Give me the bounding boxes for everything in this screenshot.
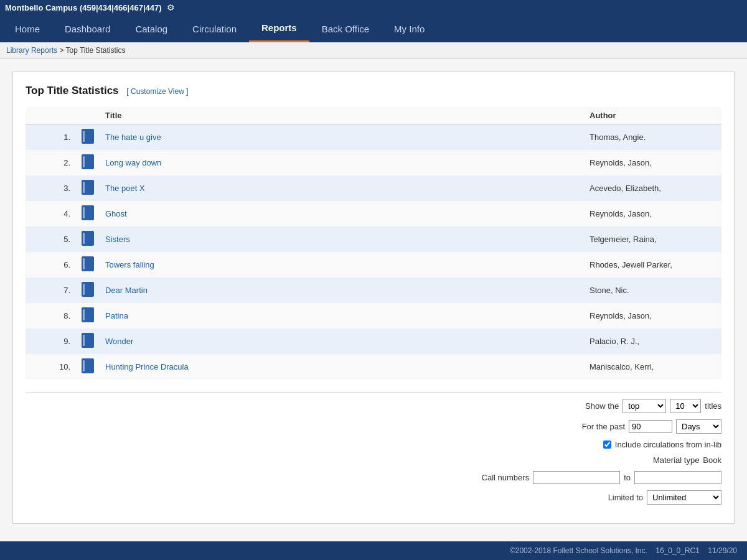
- book-icon[interactable]: [82, 231, 94, 246]
- book-icon[interactable]: [82, 307, 94, 322]
- days-unit-select[interactable]: Days Weeks Months: [676, 419, 721, 434]
- author-cell: Maniscalco, Kerri,: [585, 354, 721, 380]
- table-row: 3.The poet XAcevedo, Elizabeth,: [26, 175, 721, 201]
- footer-date: 11/29/20: [708, 546, 737, 555]
- book-icon-cell[interactable]: [75, 150, 100, 175]
- book-icon-cell[interactable]: [75, 278, 100, 303]
- filter-row-callnumbers: Call numbers to: [26, 471, 721, 484]
- title-link[interactable]: Ghost: [105, 209, 127, 218]
- table-row: 5.SistersTelgemeier, Raina,: [26, 226, 721, 252]
- footer-version: 16_0_0_RC1: [655, 546, 700, 555]
- nav-item-my-info[interactable]: My Info: [382, 15, 437, 42]
- book-icon-cell[interactable]: [75, 175, 100, 201]
- rank-cell: 6.: [26, 252, 75, 278]
- nav-item-reports[interactable]: Reports: [249, 15, 309, 42]
- table-row: 1.The hate u giveThomas, Angie.: [26, 124, 721, 151]
- book-icon-cell[interactable]: [75, 329, 100, 354]
- rank-cell: 2.: [26, 150, 75, 175]
- title-cell: Hunting Prince Dracula: [100, 354, 585, 380]
- book-icon-cell[interactable]: [75, 252, 100, 278]
- nav-item-catalog[interactable]: Catalog: [123, 15, 180, 42]
- title-link[interactable]: Sisters: [105, 235, 130, 244]
- author-cell: Reynolds, Jason,: [585, 150, 721, 175]
- show-type-select[interactable]: top bottom: [622, 399, 666, 413]
- title-link[interactable]: The poet X: [105, 184, 145, 193]
- title-cell: The poet X: [100, 175, 585, 201]
- table-row: 9.WonderPalacio, R. J.,: [26, 329, 721, 354]
- customize-view-link[interactable]: [ Customize View ]: [126, 87, 188, 96]
- book-icon-cell[interactable]: [75, 226, 100, 252]
- book-icon[interactable]: [82, 333, 94, 348]
- book-icon[interactable]: [82, 256, 94, 271]
- author-cell: Thomas, Angie.: [585, 124, 721, 151]
- title-link[interactable]: Long way down: [105, 158, 161, 167]
- call-number-to-input[interactable]: [634, 471, 721, 484]
- title-cell: Dear Martin: [100, 278, 585, 303]
- title-link[interactable]: Wonder: [105, 337, 133, 346]
- filter-row-past: For the past Days Weeks Months: [26, 419, 721, 434]
- title-link[interactable]: Hunting Prince Dracula: [105, 362, 189, 371]
- title-link[interactable]: The hate u give: [105, 133, 161, 142]
- book-icon[interactable]: [82, 180, 94, 195]
- filter-row-show: Show the top bottom 5 10 25 50 titles: [26, 399, 721, 413]
- footer-copyright: ©2002-2018 Follett School Solutions, Inc…: [510, 546, 647, 555]
- report-title: Top Title Statistics [ Customize View ]: [26, 85, 721, 97]
- book-icon[interactable]: [82, 205, 94, 220]
- material-type-label: Material type: [653, 455, 699, 465]
- nav-bar: HomeDashboardCatalogCirculationReportsBa…: [0, 15, 747, 42]
- filter-row-include: Include circulations from in-lib: [26, 440, 721, 449]
- title-link[interactable]: Dear Martin: [105, 286, 148, 295]
- nav-item-dashboard[interactable]: Dashboard: [52, 15, 123, 42]
- show-the-label: Show the: [585, 401, 619, 411]
- col-header-author: Author: [585, 107, 721, 124]
- report-panel: Top Title Statistics [ Customize View ] …: [12, 72, 735, 524]
- footer: ©2002-2018 Follett School Solutions, Inc…: [0, 541, 747, 560]
- book-icon-cell[interactable]: [75, 124, 100, 151]
- for-the-past-label: For the past: [582, 422, 625, 431]
- title-link[interactable]: Towers falling: [105, 260, 154, 269]
- title-link[interactable]: Patina: [105, 311, 128, 320]
- call-number-from-input[interactable]: [533, 471, 620, 484]
- book-icon[interactable]: [82, 154, 94, 169]
- book-icon[interactable]: [82, 282, 94, 297]
- rank-cell: 7.: [26, 278, 75, 303]
- limited-to-select[interactable]: Unlimited Grade Level Interest Level: [647, 490, 721, 505]
- title-cell: The hate u give: [100, 124, 585, 151]
- include-checkbox[interactable]: [603, 441, 611, 449]
- author-cell: Reynolds, Jason,: [585, 201, 721, 226]
- days-input[interactable]: [629, 420, 672, 433]
- titles-label: titles: [705, 401, 721, 411]
- col-header-icon: [75, 107, 100, 124]
- breadcrumb-separator: >: [59, 46, 65, 55]
- nav-item-circulation[interactable]: Circulation: [180, 15, 249, 42]
- book-icon-cell[interactable]: [75, 201, 100, 226]
- breadcrumb-parent-link[interactable]: Library Reports: [6, 46, 57, 55]
- book-icon[interactable]: [82, 129, 94, 144]
- filter-row-limited: Limited to Unlimited Grade Level Interes…: [26, 490, 721, 505]
- author-cell: Palacio, R. J.,: [585, 329, 721, 354]
- rank-cell: 3.: [26, 175, 75, 201]
- title-cell: Long way down: [100, 150, 585, 175]
- table-row: 8.PatinaReynolds, Jason,: [26, 303, 721, 329]
- table-row: 10.Hunting Prince DraculaManiscalco, Ker…: [26, 354, 721, 380]
- nav-item-back-office[interactable]: Back Office: [309, 15, 382, 42]
- limited-to-label: Limited to: [608, 493, 643, 502]
- title-cell: Wonder: [100, 329, 585, 354]
- book-icon[interactable]: [82, 358, 94, 373]
- report-table: Title Author 1.The hate u giveThomas, An…: [26, 107, 721, 380]
- book-icon-cell[interactable]: [75, 303, 100, 329]
- book-icon-cell[interactable]: [75, 354, 100, 380]
- title-cell: Sisters: [100, 226, 585, 252]
- campus-title: Montbello Campus (459|434|466|467|447): [5, 3, 162, 12]
- nav-item-home[interactable]: Home: [2, 15, 52, 42]
- material-type-value: Book: [703, 455, 721, 465]
- table-row: 6.Towers fallingRhodes, Jewell Parker,: [26, 252, 721, 278]
- author-cell: Acevedo, Elizabeth,: [585, 175, 721, 201]
- title-cell: Patina: [100, 303, 585, 329]
- show-count-select[interactable]: 5 10 25 50: [670, 399, 701, 413]
- table-row: 2.Long way downReynolds, Jason,: [26, 150, 721, 175]
- main-content: Top Title Statistics [ Customize View ] …: [0, 59, 747, 549]
- report-title-text: Top Title Statistics: [26, 85, 119, 96]
- author-cell: Stone, Nic.: [585, 278, 721, 303]
- gear-icon[interactable]: ⚙: [167, 2, 175, 12]
